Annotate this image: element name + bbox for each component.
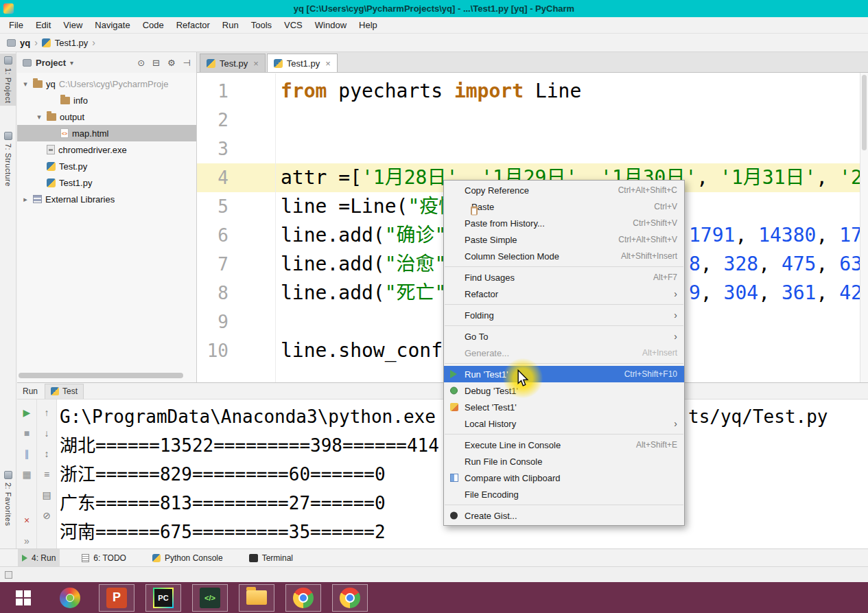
context-menu-item-go-to[interactable]: Go To› (444, 328, 684, 345)
folder-icon (33, 80, 43, 88)
browser-360-icon[interactable] (52, 584, 88, 612)
tool-tab-6-todo[interactable]: 6: TODO (78, 549, 130, 567)
tool-button-project[interactable]: 1: Project (0, 54, 16, 106)
browser-360-icon-glyph (60, 588, 80, 608)
tree-item-chromedriver-exe[interactable]: chromedriver.exe (17, 141, 196, 158)
tool-tab-terminal[interactable]: Terminal (245, 549, 297, 567)
run-config-icon (51, 387, 59, 395)
menu-edit[interactable]: Edit (30, 17, 57, 34)
context-menu-item-compare-with-clipboard[interactable]: Compare with Clipboard (444, 470, 684, 486)
breadcrumb-project[interactable]: yq (20, 38, 30, 48)
project-panel-title[interactable]: Project (36, 58, 66, 68)
menu-item-label: Compare with Clipboard (465, 473, 560, 483)
menu-run[interactable]: Run (216, 17, 245, 34)
tree-expand-icon[interactable]: ▾ (35, 113, 43, 122)
editor-tab-test1-py[interactable]: Test1.py× (267, 54, 338, 72)
context-menu-item-local-history[interactable]: Local History› (444, 415, 684, 432)
tree-expand-icon[interactable]: ▸ (21, 195, 30, 204)
settings-icon[interactable]: ⚙ (167, 58, 176, 68)
tree-expand-icon[interactable]: ▾ (21, 80, 30, 89)
tool-tab-python-console[interactable]: Python Console (148, 549, 227, 567)
tool-tab-4-run[interactable]: 4: Run (18, 549, 60, 567)
pause-output-button[interactable]: ∥ (17, 445, 36, 462)
clear-all-button[interactable]: ⊘ (37, 507, 56, 524)
chevron-down-icon[interactable]: ▾ (70, 59, 73, 67)
menu-help[interactable]: Help (353, 17, 384, 34)
line-number: 10 (197, 336, 228, 365)
prev-occurrence-button[interactable]: ↑ (37, 404, 56, 421)
vertical-scrollbar[interactable] (860, 73, 868, 382)
context-menu-item-folding[interactable]: Folding› (444, 307, 684, 323)
soft-wrap-button[interactable]: ↕ (37, 445, 56, 462)
context-menu-item-file-encoding[interactable]: File Encoding (444, 486, 684, 502)
print-button[interactable]: ▤ (37, 486, 56, 503)
collapse-all-icon[interactable]: ⊟ (152, 58, 160, 68)
chrome-icon-2[interactable] (332, 584, 368, 612)
terminal-icon (249, 554, 258, 562)
pycharm-icon[interactable]: PC (145, 584, 181, 612)
context-menu-item-paste[interactable]: PasteCtrl+V (444, 198, 684, 215)
chrome-icon[interactable] (285, 584, 321, 612)
scrollbar-thumb[interactable] (862, 75, 867, 150)
context-menu-item-execute-line-in-console[interactable]: Execute Line in ConsoleAlt+Shift+E (444, 437, 684, 453)
locate-icon[interactable]: ⊙ (137, 58, 145, 68)
menu-view[interactable]: View (57, 17, 89, 34)
menu-refactor[interactable]: Refactor (170, 17, 216, 34)
hide-panel-icon[interactable]: ⊣ (183, 58, 191, 68)
context-menu-item-find-usages[interactable]: Find UsagesAlt+F7 (444, 269, 684, 286)
close-tab-icon[interactable]: × (253, 58, 259, 69)
context-menu-item-copy-reference[interactable]: Copy ReferenceCtrl+Alt+Shift+C (444, 182, 684, 198)
rerun-button[interactable]: ▶ (17, 404, 36, 421)
menu-tools[interactable]: Tools (245, 17, 278, 34)
tool-button-structure[interactable]: 7: Structure (0, 129, 16, 189)
powerpoint-icon[interactable]: P (99, 584, 134, 612)
tree-item-test1-py[interactable]: Test1.py (17, 174, 196, 191)
context-menu-item-refactor[interactable]: Refactor› (444, 286, 684, 302)
menu-code[interactable]: Code (137, 17, 170, 34)
scroll-to-end-button[interactable]: ≡ (37, 465, 56, 483)
menu-navigate[interactable]: Navigate (89, 17, 136, 34)
editor-line-3[interactable]: 3 (197, 135, 868, 163)
run-tab-label[interactable]: Run (23, 386, 38, 396)
stop-button[interactable]: ■ (17, 424, 36, 441)
tree-item-output[interactable]: ▾output (17, 108, 196, 125)
menu-vcs[interactable]: VCS (278, 17, 309, 34)
tree-item-label: External Libraries (45, 194, 115, 205)
pycharm-icon-glyph: PC (153, 588, 174, 608)
layout-box-icon[interactable] (5, 571, 12, 579)
context-menu-item-select-test1[interactable]: Select 'Test1' (444, 399, 684, 415)
editor-line-1[interactable]: 1from pyecharts import Line (197, 77, 868, 106)
more-options-button[interactable]: » (17, 532, 36, 549)
close-tab-icon[interactable]: × (325, 58, 331, 69)
tree-item-test-py[interactable]: Test.py (17, 158, 196, 174)
context-menu-item-paste-from-history[interactable]: Paste from History...Ctrl+Shift+V (444, 215, 684, 231)
horizontal-scrollbar[interactable] (19, 373, 183, 378)
editor-line-2[interactable]: 2 (197, 106, 868, 135)
start-button[interactable] (5, 584, 41, 612)
next-occurrence-button[interactable]: ↓ (37, 424, 56, 441)
tree-item-info[interactable]: info (17, 92, 196, 108)
tree-item-external-libraries[interactable]: ▸External Libraries (17, 191, 196, 207)
close-button[interactable]: × (17, 511, 36, 529)
tree-item-path: C:\Users\cyg\PycharmProje (59, 79, 169, 89)
restore-layout-button[interactable]: ▦ (17, 465, 36, 483)
menu-window[interactable]: Window (309, 17, 353, 34)
gist-icon (450, 512, 458, 520)
context-menu-item-run-file-in-console[interactable]: Run File in Console (444, 453, 684, 470)
tree-item-map-html[interactable]: map.html (17, 125, 196, 141)
file-explorer-icon[interactable] (239, 584, 274, 612)
tree-item-yq[interactable]: ▾yqC:\Users\cyg\PycharmProje (17, 76, 196, 92)
tool-button-label: 1: Project (4, 68, 12, 103)
context-menu-item-column-selection-mode[interactable]: Column Selection ModeAlt+Shift+Insert (444, 248, 684, 264)
breadcrumb-file[interactable]: Test1.py (55, 38, 88, 48)
context-menu-item-run-test1[interactable]: Run 'Test1'Ctrl+Shift+F10 (444, 366, 684, 382)
code-text: line.add("确诊", (281, 221, 458, 250)
editor-tab-test-py[interactable]: Test.py× (200, 54, 266, 72)
tool-button-favorites[interactable]: 2: Favorites (0, 468, 16, 529)
context-menu-item-create-gist[interactable]: Create Gist... (444, 507, 684, 524)
menu-file[interactable]: File (3, 17, 30, 34)
dev-tool-icon[interactable]: </> (192, 584, 228, 612)
context-menu-item-debug-test1[interactable]: Debug 'Test1' (444, 382, 684, 399)
run-config-tab[interactable]: Test (45, 384, 84, 399)
context-menu-item-paste-simple[interactable]: Paste SimpleCtrl+Alt+Shift+V (444, 231, 684, 248)
